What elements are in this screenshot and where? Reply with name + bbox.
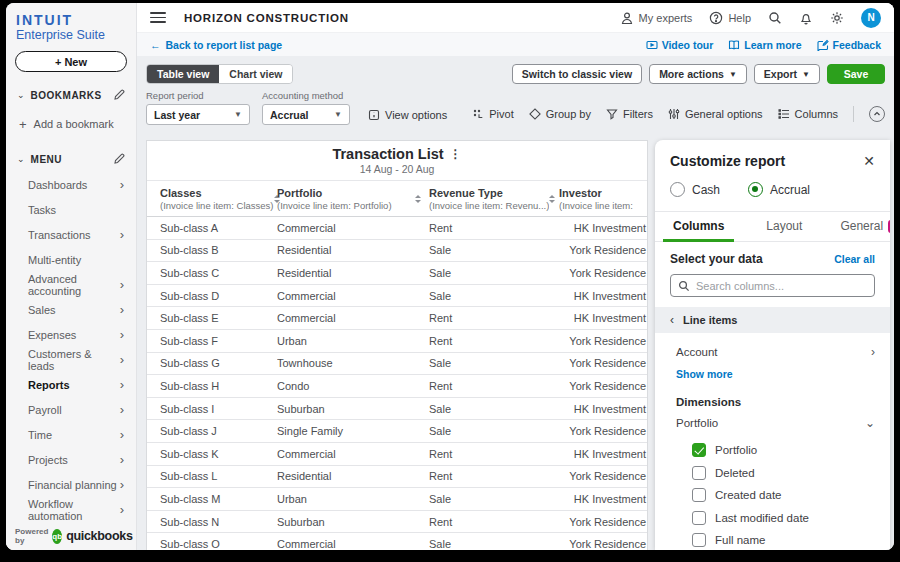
group-by-button[interactable]: Group by [529,108,591,120]
learn-more-label: Learn more [744,39,801,51]
tab-general[interactable]: General NEW [830,212,890,241]
table-cell: Sale [429,244,559,256]
column-header-portfolio[interactable]: Portfolio(Invoice line item: Portfolio) [277,181,429,216]
table-row[interactable]: Sub-class ACommercialRentHK Investment [147,217,647,240]
table-row[interactable]: Sub-class BResidentialSaleYork Residence [147,240,647,263]
sidebar-item-payroll[interactable]: Payroll› [6,397,136,422]
table-row[interactable]: Sub-class MUrbanSaleHK Investment [147,488,647,511]
column-subtitle: (Invoice line item: [559,200,633,211]
sidebar-item-expenses[interactable]: Expenses› [6,322,136,347]
back-to-report-list-link[interactable]: ← Back to report list page [150,39,282,51]
table-row[interactable]: Sub-class CResidentialSaleYork Residence [147,262,647,285]
my-experts-button[interactable]: My experts [620,11,693,25]
sidebar-item-time[interactable]: Time› [6,422,136,447]
accounting-method-select[interactable]: Accrual ▼ [262,104,350,125]
checkbox-unchecked-icon[interactable] [692,466,706,480]
sidebar-item-financial-planning[interactable]: Financial planning› [6,472,136,497]
checkbox-option-portfolio[interactable]: Portfolio [670,439,875,462]
customize-report-panel: Customize report ✕ Cash Accrual [655,140,890,550]
checkbox-option-full-name[interactable]: Full name [670,529,875,550]
columns-button[interactable]: Columns [778,108,838,120]
table-row[interactable]: Sub-class OCommercialSaleYork Residence [147,533,647,550]
radio-accrual[interactable]: Accrual [748,182,810,197]
view-options-button[interactable]: View options [368,109,447,121]
edit-pencil-icon[interactable] [113,153,125,165]
sidebar-item-customers-leads[interactable]: Customers & leads› [6,347,136,372]
save-button[interactable]: Save [827,64,885,84]
show-more-link[interactable]: Show more [676,368,733,380]
general-options-button[interactable]: General options [668,108,763,120]
table-cell: Commercial [277,448,429,460]
tab-columns[interactable]: Columns [663,212,734,241]
table-row[interactable]: Sub-class FUrbanRentYork Residence [147,330,647,353]
switch-classic-view-button[interactable]: Switch to classic view [512,64,642,84]
export-button[interactable]: Export▼ [754,64,820,84]
table-row[interactable]: Sub-class HCondoRentYork Residence [147,375,647,398]
sidebar-item-reports[interactable]: Reports› [6,372,136,397]
search-columns-input[interactable] [696,280,867,292]
portfolio-group-row[interactable]: Portfolio ⌄ [670,411,875,435]
filters-button[interactable]: Filters [606,108,653,120]
table-row[interactable]: Sub-class ECommercialRentHK Investment [147,307,647,330]
checkbox-option-deleted[interactable]: Deleted [670,462,875,485]
help-button[interactable]: Help [709,11,751,25]
edit-pencil-icon[interactable] [113,89,125,101]
tab-table-view[interactable]: Table view [147,65,219,83]
table-row[interactable]: Sub-class NSuburbanRentYork Residence [147,511,647,534]
table-row[interactable]: Sub-class JSingle FamilySaleYork Residen… [147,420,647,443]
radio-cash[interactable]: Cash [670,182,720,197]
column-header-revenue-type[interactable]: Revenue Type(Invoice line item: Revenu..… [429,181,559,216]
sort-icon[interactable] [415,195,421,203]
sidebar-item-tasks[interactable]: Tasks [6,197,136,222]
more-actions-button[interactable]: More actions▼ [649,64,747,84]
table-row[interactable]: Sub-class KCommercialRentHK Investment [147,443,647,466]
collapse-toolbar-button[interactable] [869,106,885,122]
checkbox-checked-icon[interactable] [692,443,706,457]
sidebar-item-multi-entity[interactable]: Multi-entity [6,247,136,272]
clear-all-link[interactable]: Clear all [834,253,875,265]
sidebar-item-workflow-automation[interactable]: Workflow automation› [6,497,136,522]
settings-gear-icon[interactable] [830,11,844,25]
table-row[interactable]: Sub-class ISuburbanSaleHK Investment [147,398,647,421]
account-item[interactable]: Account › [670,340,875,364]
sidebar-item-projects[interactable]: Projects› [6,447,136,472]
sort-icon[interactable] [549,195,555,203]
column-header-classes[interactable]: Classes(Invoice line item: Classes) [147,181,277,216]
report-kebab-menu[interactable]: ⋮ [450,147,462,161]
learn-more-link[interactable]: Learn more [728,39,801,51]
checkbox-unchecked-icon[interactable] [692,511,706,525]
sidebar-item-transactions[interactable]: Transactions› [6,222,136,247]
checkbox-option-last-modified-date[interactable]: Last modified date [670,507,875,530]
menu-header[interactable]: ⌄ MENU [6,148,136,170]
table-row[interactable]: Sub-class GTownhouseSaleYork Residence [147,353,647,376]
sidebar-item-advanced-accounting[interactable]: Advanced accounting› [6,272,136,297]
add-bookmark-button[interactable]: + Add a bookmark [6,112,136,136]
search-icon[interactable] [768,11,782,25]
accounting-method-label: Accounting method [262,90,350,101]
tab-chart-view[interactable]: Chart view [219,65,292,83]
sidebar-item-dashboards[interactable]: Dashboards› [6,172,136,197]
checkbox-option-created-date[interactable]: Created date [670,484,875,507]
feedback-link[interactable]: Feedback [817,39,881,51]
checkbox-unchecked-icon[interactable] [692,533,706,547]
column-header-investor[interactable]: Investor(Invoice line item: [559,181,647,216]
video-tour-link[interactable]: Video tour [646,39,714,51]
dimension-checkbox-list: PortfolioDeletedCreated dateLast modifie… [670,439,875,550]
new-button[interactable]: + New [15,51,127,72]
bookmarks-header[interactable]: ⌄ BOOKMARKS [6,84,136,106]
checkbox-unchecked-icon[interactable] [692,488,706,502]
notifications-bell-icon[interactable] [799,11,813,25]
sidebar-item-sales[interactable]: Sales› [6,297,136,322]
user-avatar[interactable]: N [861,8,881,28]
table-row[interactable]: Sub-class DCommercialSaleHK Investment [147,285,647,308]
sidebar-item-label: Dashboards [28,179,87,191]
pivot-button[interactable]: Pivot [472,108,513,120]
close-icon[interactable]: ✕ [863,154,875,168]
table-row[interactable]: Sub-class LResidentialRentYork Residence [147,466,647,489]
table-cell: Sub-class I [147,403,277,415]
hamburger-menu-icon[interactable] [150,9,166,26]
line-items-section-header[interactable]: ‹ Line items [655,307,890,333]
search-columns-box[interactable] [670,274,875,297]
report-period-select[interactable]: Last year ▼ [146,104,250,125]
tab-layout[interactable]: Layout [756,212,812,241]
